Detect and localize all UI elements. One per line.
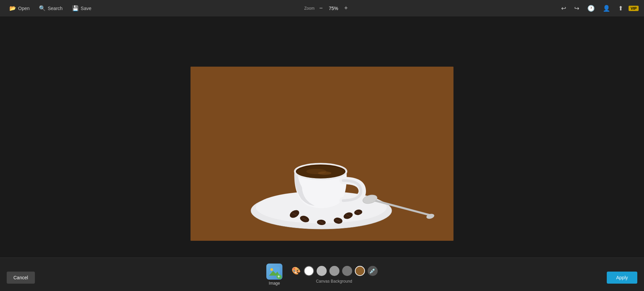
bottom-bar: Cancel + Image 🎨 xyxy=(0,258,644,291)
save-label: Save xyxy=(81,6,92,11)
palette-icon[interactable]: 🎨 xyxy=(290,266,301,276)
search-label: Search xyxy=(48,6,62,11)
zoom-controls: Zoom − 75% + xyxy=(97,4,557,12)
image-canvas xyxy=(191,67,453,241)
color-dark-gray[interactable] xyxy=(342,266,352,276)
zoom-label: Zoom xyxy=(304,6,315,11)
search-button[interactable]: 🔍 Search xyxy=(35,3,66,13)
toolbar-right: ↩ ↪ 🕐 👤 ⬆ VIP xyxy=(558,3,639,13)
bottom-controls: + Image 🎨 💉 Canvas Background xyxy=(266,264,378,286)
user-button[interactable]: 👤 xyxy=(600,3,613,13)
canvas-area xyxy=(0,16,644,291)
image-tool-icon: + xyxy=(266,264,282,280)
vip-badge[interactable]: VIP xyxy=(629,6,639,11)
cancel-button[interactable]: Cancel xyxy=(7,272,35,284)
image-tool[interactable]: + Image xyxy=(266,264,282,286)
toolbar: 📂 Open 🔍 Search 💾 Save Zoom − 75% + ↩ ↪ … xyxy=(0,0,644,16)
zoom-out-button[interactable]: − xyxy=(317,4,325,12)
open-icon: 📂 xyxy=(9,5,16,11)
canvas-background-section: 🎨 💉 Canvas Background xyxy=(290,266,378,284)
color-brown[interactable] xyxy=(355,266,365,276)
open-button[interactable]: 📂 Open xyxy=(5,3,34,13)
search-icon: 🔍 xyxy=(39,5,46,11)
zoom-value: 75% xyxy=(327,6,339,11)
color-medium-gray[interactable] xyxy=(329,266,339,276)
color-light-gray[interactable] xyxy=(317,266,327,276)
canvas-background-label: Canvas Background xyxy=(316,279,352,284)
image-tool-label: Image xyxy=(269,281,280,286)
color-white[interactable] xyxy=(304,266,314,276)
save-icon: 💾 xyxy=(72,5,79,11)
coffee-image xyxy=(191,67,453,241)
share-button[interactable]: ⬆ xyxy=(615,3,626,13)
undo-button[interactable]: ↩ xyxy=(558,3,569,13)
history-button[interactable]: 🕐 xyxy=(585,3,597,13)
save-button[interactable]: 💾 Save xyxy=(68,3,96,13)
redo-button[interactable]: ↪ xyxy=(572,3,582,13)
apply-button[interactable]: Apply xyxy=(607,272,637,284)
open-label: Open xyxy=(18,6,30,11)
eyedropper-icon[interactable]: 💉 xyxy=(368,266,378,276)
svg-point-25 xyxy=(270,268,273,271)
svg-point-21 xyxy=(318,171,331,175)
color-options: 🎨 💉 xyxy=(290,266,378,276)
zoom-in-button[interactable]: + xyxy=(342,4,350,12)
